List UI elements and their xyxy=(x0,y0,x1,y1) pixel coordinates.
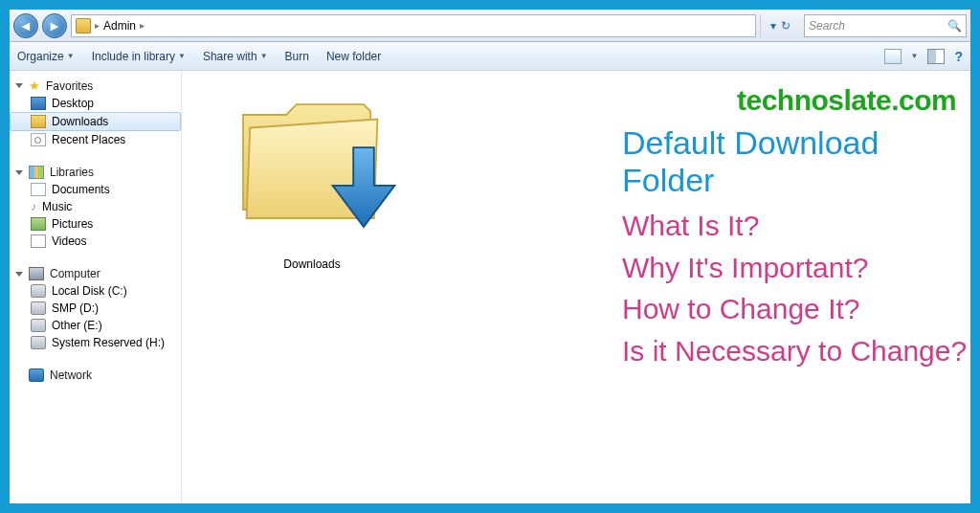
burn-button[interactable]: Burn xyxy=(285,50,309,63)
search-box[interactable]: Search 🔍 xyxy=(804,14,967,37)
libraries-icon xyxy=(29,166,44,179)
item-label: Local Disk (C:) xyxy=(52,284,127,298)
question-1: What Is It? xyxy=(622,205,970,247)
disk-icon xyxy=(31,336,46,349)
organize-button[interactable]: Organize▼ xyxy=(17,50,75,63)
folder-label: Downloads xyxy=(216,257,408,271)
expand-icon xyxy=(15,272,23,277)
navigation-bar: ◄ ► ▸ Admin ▸ ▾ ↻ Search 🔍 xyxy=(10,10,970,42)
group-label: Favorites xyxy=(46,79,93,93)
folder-icon xyxy=(76,18,91,33)
new-folder-button[interactable]: New folder xyxy=(326,50,381,63)
breadcrumb-segment[interactable]: Admin xyxy=(103,19,136,33)
sidebar-item-videos[interactable]: Videos xyxy=(10,233,181,250)
sidebar-item-desktop[interactable]: Desktop xyxy=(10,95,181,112)
sidebar-item-smp-d[interactable]: SMP (D:) xyxy=(10,300,181,317)
documents-icon xyxy=(31,183,46,196)
sidebar-item-recent-places[interactable]: Recent Places xyxy=(10,131,181,148)
downloads-folder-icon xyxy=(226,80,398,253)
expand-icon xyxy=(15,83,23,88)
file-list-pane[interactable]: Downloads technoslate.com Default Downlo… xyxy=(182,71,970,503)
item-label: Recent Places xyxy=(52,133,125,146)
network-icon xyxy=(29,368,44,382)
recent-places-icon xyxy=(31,133,46,146)
computer-icon xyxy=(29,267,44,280)
share-with-button[interactable]: Share with▼ xyxy=(203,50,268,63)
disk-icon xyxy=(31,301,46,315)
group-label: Network xyxy=(50,368,92,382)
newfolder-label: New folder xyxy=(326,50,381,63)
explorer-body: ★ Favorites Desktop Downloads Recent Pla… xyxy=(10,71,970,503)
disk-icon xyxy=(31,319,46,332)
favorites-icon: ★ xyxy=(29,78,40,93)
sidebar-item-system-reserved-h[interactable]: System Reserved (H:) xyxy=(10,334,181,351)
share-label: Share with xyxy=(203,50,257,63)
question-4: Is it Necessary to Change? xyxy=(622,330,970,372)
include-in-library-button[interactable]: Include in library▼ xyxy=(92,50,186,63)
item-label: Pictures xyxy=(52,217,93,231)
videos-icon xyxy=(31,234,46,248)
chevron-down-icon: ▼ xyxy=(260,52,268,60)
downloads-icon xyxy=(31,115,46,128)
disk-icon xyxy=(31,284,46,298)
sidebar-item-music[interactable]: ♪Music xyxy=(10,198,181,215)
music-icon: ♪ xyxy=(31,200,36,213)
navigation-pane: ★ Favorites Desktop Downloads Recent Pla… xyxy=(10,71,182,503)
item-label: Downloads xyxy=(52,115,108,128)
network-group[interactable]: Network xyxy=(10,367,181,384)
search-placeholder: Search xyxy=(809,19,845,33)
item-label: Videos xyxy=(52,234,86,248)
burn-label: Burn xyxy=(285,50,309,63)
help-icon[interactable]: ? xyxy=(954,49,963,64)
question-3: How to Change It? xyxy=(622,288,970,330)
item-label: Documents xyxy=(52,183,110,196)
question-2: Why It's Important? xyxy=(622,247,970,289)
item-label: Other (E:) xyxy=(52,319,102,332)
back-button[interactable]: ◄ xyxy=(13,13,38,38)
sidebar-item-pictures[interactable]: Pictures xyxy=(10,215,181,233)
organize-label: Organize xyxy=(17,50,64,63)
item-label: System Reserved (H:) xyxy=(52,336,165,349)
include-label: Include in library xyxy=(92,50,175,63)
expand-icon xyxy=(15,170,23,175)
item-label: Music xyxy=(42,200,72,213)
overlay-text: technoslate.com Default Download Folder … xyxy=(622,84,970,371)
explorer-window: ◄ ► ▸ Admin ▸ ▾ ↻ Search 🔍 Organize▼ Inc… xyxy=(0,0,980,513)
group-label: Computer xyxy=(50,267,100,280)
chevron-down-icon[interactable]: ▼ xyxy=(911,52,919,60)
sidebar-item-local-disk-c[interactable]: Local Disk (C:) xyxy=(10,282,181,300)
preview-pane-icon[interactable] xyxy=(927,49,945,64)
view-options-icon[interactable] xyxy=(884,49,902,64)
chevron-right-icon: ▸ xyxy=(95,20,100,31)
sidebar-item-documents[interactable]: Documents xyxy=(10,181,181,198)
computer-group[interactable]: Computer xyxy=(10,265,181,282)
address-dropdown[interactable]: ▾ ↻ xyxy=(760,14,800,37)
forward-button[interactable]: ► xyxy=(42,13,67,38)
chevron-right-icon: ▸ xyxy=(140,20,145,31)
refresh-icon[interactable]: ↻ xyxy=(781,19,791,33)
group-label: Libraries xyxy=(50,166,94,179)
libraries-group[interactable]: Libraries xyxy=(10,164,181,181)
folder-item-downloads[interactable]: Downloads xyxy=(216,80,408,271)
desktop-icon xyxy=(31,97,46,110)
search-icon: 🔍 xyxy=(947,19,962,33)
address-bar[interactable]: ▸ Admin ▸ xyxy=(71,14,756,37)
command-bar: Organize▼ Include in library▼ Share with… xyxy=(10,42,970,71)
item-label: Desktop xyxy=(52,97,94,110)
chevron-down-icon: ▼ xyxy=(178,52,186,60)
brand-text: technoslate.com xyxy=(737,84,970,117)
favorites-group[interactable]: ★ Favorites xyxy=(10,77,181,95)
sidebar-item-other-e[interactable]: Other (E:) xyxy=(10,317,181,334)
item-label: SMP (D:) xyxy=(52,301,99,315)
sidebar-item-downloads[interactable]: Downloads xyxy=(10,112,181,131)
pictures-icon xyxy=(31,217,46,231)
headline-text: Default Download Folder xyxy=(622,124,970,199)
chevron-down-icon: ▼ xyxy=(67,52,75,60)
